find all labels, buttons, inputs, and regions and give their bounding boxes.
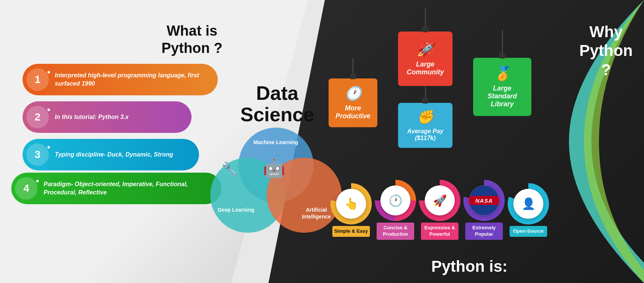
hang-line-2	[425, 8, 426, 26]
label-extremely-popular: Extremely Popular	[465, 223, 503, 240]
circle-inner-1: 👆	[336, 189, 366, 219]
circle-inner-5: 👤	[513, 189, 543, 219]
nasa-logo: NASA	[469, 185, 499, 215]
item-number-2: 2	[26, 106, 49, 128]
card-large-community: 🚀 Large Community	[398, 8, 452, 86]
circle-expressive-powerful: 🚀 Expressive & Powerful	[419, 180, 460, 240]
card-large-standard-library: 🏅 Large Standard Library	[473, 30, 531, 116]
tool-icon: 🔧	[222, 161, 238, 177]
circle-outer-3: 🚀	[419, 180, 460, 221]
label-open-source: Open-Source	[510, 226, 547, 237]
circle-outer-4: NASA	[463, 180, 505, 221]
circle-inner-3: 🚀	[425, 185, 455, 215]
circle-outer-5: 👤	[508, 183, 549, 224]
hang-clip-2	[422, 26, 429, 32]
card-label-average-pay: Average Pay ($117k)	[404, 128, 446, 142]
hang-line-4	[502, 30, 503, 53]
what-is-python-title: What is Python ?	[161, 23, 223, 57]
item-number-4: 4	[15, 177, 38, 200]
circle-concise-productive: 🕐 Concise & Productive	[375, 180, 416, 240]
card-box-more-productive: 🕐 More Productive	[329, 78, 377, 127]
robot-icon: 🤖	[263, 158, 285, 179]
item-text-2: In this tutorial: Python 3.x	[55, 113, 128, 121]
circle-outer-2: 🕐	[375, 180, 416, 221]
python-item-4: 4 Paradigm- Object-oriented, Imperative,…	[11, 173, 222, 204]
item-number-3: 3	[26, 143, 49, 166]
circle-inner-2: 🕐	[380, 185, 410, 215]
circle-simple-easy: 👆 Simple & Easy	[330, 183, 372, 237]
hand-point-icon: 👆	[344, 197, 358, 210]
card-box-large-community: 🚀 Large Community	[398, 32, 452, 86]
network-icon: 👤	[522, 197, 535, 210]
medal-icon: 🏅	[494, 66, 511, 81]
label-simple-easy: Simple & Easy	[332, 226, 370, 237]
card-label-large-std-lib: Large Standard Library	[479, 84, 525, 108]
fist-icon: ✊	[417, 109, 434, 125]
label-concise-productive: Concise & Productive	[377, 223, 414, 240]
card-label-more-productive: More Productive	[335, 104, 371, 120]
why-python-title: Why Python ?	[579, 23, 633, 79]
venn-ml-label: Machine Learning	[253, 139, 298, 146]
card-average-pay: ✊ Average Pay ($117k)	[398, 86, 452, 148]
python-item-1: 1 Interpreted high-level programming lan…	[23, 64, 218, 95]
python-is-label: Python is:	[376, 257, 563, 275]
hang-line-1	[353, 58, 353, 73]
card-more-productive: 🕐 More Productive	[329, 58, 377, 127]
circle-extremely-popular: NASA Extremely Popular	[463, 180, 505, 240]
item-text-1: Interpreted high-level programming langu…	[55, 71, 209, 88]
rocket2-icon: 🚀	[433, 194, 447, 207]
python-item-2: 2 In this tutorial: Python 3.x	[23, 101, 192, 133]
data-science-title: Data Science	[240, 83, 314, 125]
circle-open-source: 👤 Open-Source	[508, 183, 549, 237]
venn-diagram: Machine Learning Deep Learning Artificia…	[210, 128, 342, 240]
circle-outer-1: 👆	[330, 183, 372, 224]
venn-dl-label: Deep Learning	[218, 206, 254, 213]
hang-line-3	[425, 86, 426, 98]
circle-inner-4: NASA	[469, 185, 499, 215]
item-text-4: Paradigm- Object-oriented, Imperative, F…	[44, 180, 213, 197]
item-number-1: 1	[26, 68, 49, 91]
card-box-average-pay: ✊ Average Pay ($117k)	[398, 103, 452, 148]
speedometer-icon: 🕐	[345, 86, 362, 101]
python-is-circles: 👆 Simple & Easy 🕐 Concise & Productive 🚀…	[330, 180, 549, 240]
nasa-text: NASA	[475, 197, 493, 204]
card-label-large-community: Large Community	[404, 60, 446, 76]
python-item-3: 3 Typing discipline- Duck, Dynamic, Stro…	[23, 139, 199, 170]
item-text-3: Typing discipline- Duck, Dynamic, Strong	[55, 151, 173, 159]
card-box-large-std-lib: 🏅 Large Standard Library	[473, 58, 531, 116]
gauge-icon: 🕐	[389, 194, 403, 207]
rocket-icon: 🚀	[417, 42, 434, 57]
label-expressive-powerful: Expressive & Powerful	[421, 223, 458, 240]
